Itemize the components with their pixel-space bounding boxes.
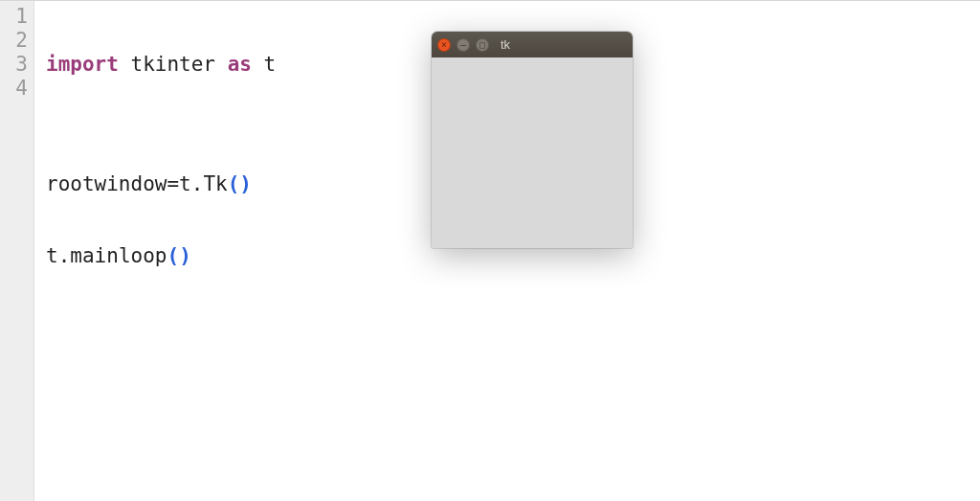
- close-icon: ×: [441, 40, 447, 50]
- line-number: 4: [0, 77, 28, 101]
- window-close-button[interactable]: ×: [437, 38, 451, 52]
- line-number-gutter: 1 2 3 4: [0, 1, 34, 501]
- line-number: 3: [0, 53, 28, 77]
- identifier: t: [46, 244, 58, 267]
- paren-close: ): [179, 244, 191, 267]
- module-name: tkinter: [119, 53, 228, 76]
- line-number: 1: [0, 5, 28, 29]
- line-number: 2: [0, 29, 28, 53]
- keyword-as: as: [228, 53, 252, 76]
- window-titlebar[interactable]: × – □ tk: [432, 32, 633, 57]
- identifier: rootwindow=t: [46, 172, 191, 195]
- maximize-icon: □: [479, 40, 485, 50]
- window-title: tk: [501, 37, 510, 52]
- dot: .: [58, 244, 71, 267]
- window-client-area[interactable]: [432, 57, 633, 248]
- paren-close: ): [239, 172, 252, 195]
- minimize-icon: –: [460, 40, 466, 50]
- tk-application-window[interactable]: × – □ tk: [432, 32, 633, 248]
- class-name: Tk: [203, 172, 227, 195]
- keyword-import: import: [46, 53, 119, 76]
- function-name: mainloop: [70, 244, 167, 267]
- window-maximize-button[interactable]: □: [476, 38, 489, 52]
- dot: .: [191, 172, 204, 195]
- paren-open: (: [167, 244, 179, 267]
- alias-name: t: [252, 53, 276, 76]
- window-minimize-button[interactable]: –: [457, 38, 470, 52]
- paren-open: (: [228, 172, 240, 195]
